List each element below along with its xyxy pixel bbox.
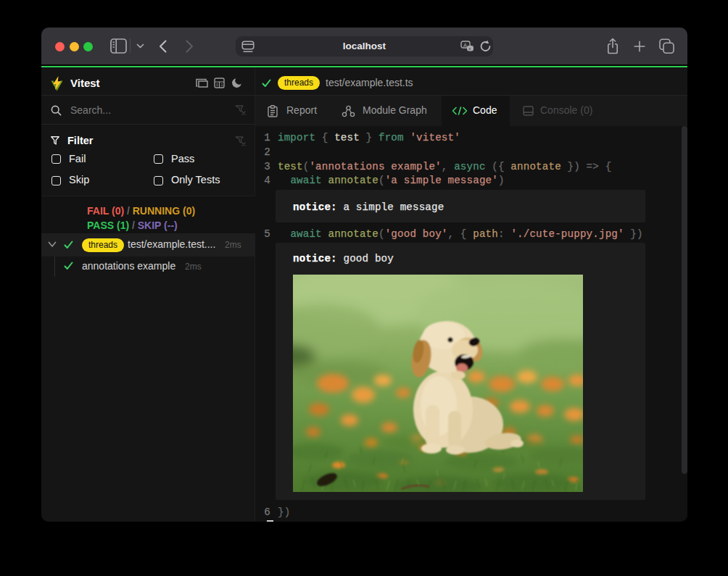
svg-text:A: A [463,42,467,49]
svg-text:1: 1 [220,83,223,87]
svg-text:x: x [468,46,471,51]
svg-text:3: 3 [216,83,218,87]
